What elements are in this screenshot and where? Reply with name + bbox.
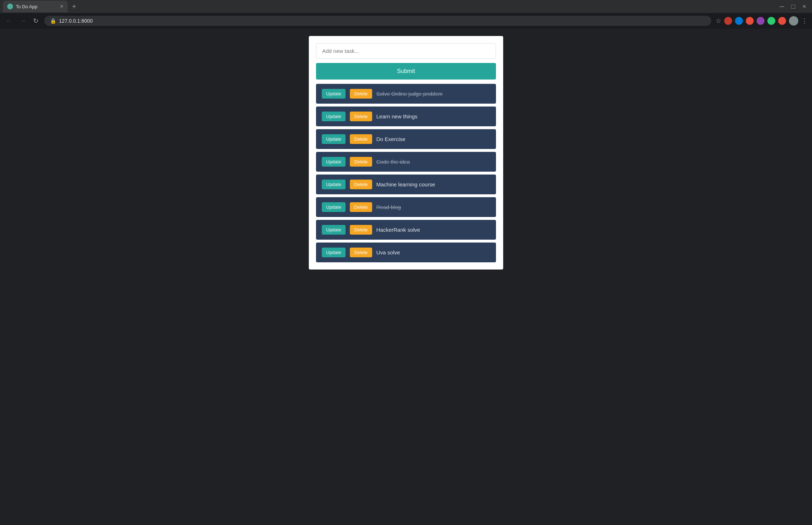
extension-icon-4[interactable] (757, 17, 764, 25)
task-item: UpdateDeleteHackerRank solve (316, 220, 496, 240)
delete-button-4[interactable]: Delete (350, 157, 372, 167)
tab-title: To Do App (16, 4, 57, 9)
delete-button-3[interactable]: Delete (350, 134, 372, 144)
update-button-7[interactable]: Update (322, 225, 346, 235)
task-text-2: Learn new things (376, 113, 491, 119)
minimize-button[interactable]: ─ (777, 1, 787, 12)
task-text-5: Machine learning course (376, 181, 491, 187)
update-button-4[interactable]: Update (322, 157, 346, 167)
url-lock-icon: 🔒 (50, 18, 56, 24)
task-text-3: Do Exercise (376, 136, 491, 142)
title-bar: To Do App × + ─ □ × (0, 0, 812, 13)
extension-icon-6[interactable] (778, 17, 786, 25)
task-item: UpdateDeleteLearn new things (316, 107, 496, 126)
delete-button-2[interactable]: Delete (350, 112, 372, 121)
window-controls: ─ □ × (777, 1, 809, 12)
task-text-6: Read blog (376, 204, 491, 210)
bookmark-icon[interactable]: ☆ (716, 17, 721, 25)
update-button-8[interactable]: Update (322, 248, 346, 257)
delete-button-6[interactable]: Delete (350, 202, 372, 212)
address-bar: ← → ↻ 🔒 127.0.0.1:8000 ☆ ⋮ (0, 13, 812, 29)
toolbar-right: ☆ ⋮ (716, 16, 808, 26)
browser-chrome: To Do App × + ─ □ × ← → ↻ 🔒 127.0.0.1:80… (0, 0, 812, 29)
delete-button-7[interactable]: Delete (350, 225, 372, 235)
update-button-6[interactable]: Update (322, 202, 346, 212)
tab-close-icon[interactable]: × (60, 4, 63, 9)
update-button-1[interactable]: Update (322, 89, 346, 99)
forward-button[interactable]: → (18, 16, 27, 26)
task-list: UpdateDeleteSolve Online judge problemUp… (316, 84, 496, 262)
delete-button-1[interactable]: Delete (350, 89, 372, 99)
back-button[interactable]: ← (4, 16, 14, 26)
task-item: UpdateDeleteDo Exercise (316, 129, 496, 149)
update-button-3[interactable]: Update (322, 134, 346, 144)
task-text-1: Solve Online judge problem (376, 91, 491, 97)
extension-icon-1[interactable] (724, 17, 732, 25)
task-item: UpdateDeleteUva solve (316, 243, 496, 262)
url-bar[interactable]: 🔒 127.0.0.1:8000 (44, 16, 711, 26)
extension-icon-2[interactable] (735, 17, 743, 25)
new-tab-button[interactable]: + (71, 1, 78, 12)
update-button-5[interactable]: Update (322, 180, 346, 189)
delete-button-8[interactable]: Delete (350, 248, 372, 257)
task-item: UpdateDeleteCode the idea (316, 152, 496, 172)
task-item: UpdateDeleteMachine learning course (316, 175, 496, 194)
profile-icon[interactable] (789, 16, 798, 26)
task-item: UpdateDeleteSolve Online judge problem (316, 84, 496, 104)
refresh-button[interactable]: ↻ (32, 15, 40, 26)
task-text-8: Uva solve (376, 249, 491, 255)
url-text: 127.0.0.1:8000 (59, 18, 93, 24)
task-input[interactable] (316, 43, 496, 59)
task-item: UpdateDeleteRead blog (316, 197, 496, 217)
main-content: Submit UpdateDeleteSolve Online judge pr… (0, 29, 812, 525)
close-window-button[interactable]: × (799, 1, 809, 12)
maximize-button[interactable]: □ (789, 1, 798, 12)
task-text-7: HackerRank solve (376, 227, 491, 233)
extension-icon-3[interactable] (746, 17, 754, 25)
update-button-2[interactable]: Update (322, 112, 346, 121)
tab-favicon (7, 4, 13, 9)
delete-button-5[interactable]: Delete (350, 180, 372, 189)
browser-tab[interactable]: To Do App × (3, 1, 68, 12)
more-options-icon[interactable]: ⋮ (801, 17, 808, 25)
app-container: Submit UpdateDeleteSolve Online judge pr… (309, 36, 503, 270)
task-text-4: Code the idea (376, 159, 491, 165)
extension-icon-5[interactable] (767, 17, 775, 25)
submit-button[interactable]: Submit (316, 63, 496, 80)
